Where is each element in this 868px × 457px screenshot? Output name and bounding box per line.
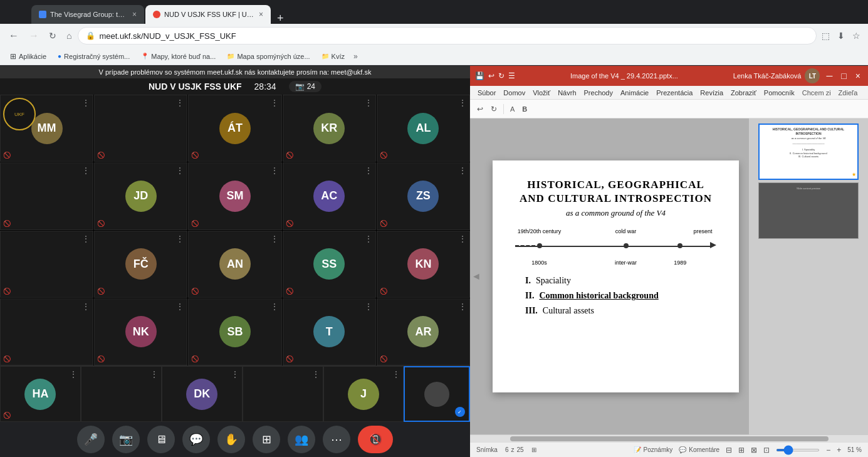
cell-menu-icon[interactable]: ⋮ xyxy=(69,369,78,379)
cell-menu-icon[interactable]: ⋮ xyxy=(364,98,373,108)
cell-menu-icon[interactable]: ⋮ xyxy=(175,98,184,108)
slide-thumbnail-active[interactable]: HISTORICAL, GEOGRAPHICAL AND CULTURAL IN… xyxy=(758,123,859,180)
view-btn-4[interactable]: ⊡ xyxy=(763,446,770,454)
ppt-redo-icon[interactable]: ↻ xyxy=(498,71,505,80)
more-button[interactable]: ⋯ xyxy=(323,426,350,453)
mic-button[interactable]: 🎤 xyxy=(77,426,105,453)
tab-close-2[interactable]: × xyxy=(259,10,263,19)
ppt-toolbar: ↩ ↻ A B xyxy=(470,100,868,118)
view-btn-1[interactable]: ⊟ xyxy=(726,446,732,454)
cell-menu-icon[interactable]: ⋮ xyxy=(270,234,279,244)
video-cell: AR ⋮ 🚫 xyxy=(377,298,470,365)
slide-thumbnail-2[interactable]: Slide content preview xyxy=(758,182,859,239)
cell-menu-icon[interactable]: ⋮ xyxy=(392,369,400,379)
cell-menu-icon[interactable]: ⋮ xyxy=(458,302,467,312)
camera-button[interactable]: 📷 xyxy=(112,426,140,453)
menu-vlozit[interactable]: Vložiť xyxy=(529,88,554,98)
back-button[interactable]: ← xyxy=(5,28,23,44)
end-call-button[interactable]: 📵 xyxy=(358,426,393,453)
menu-domov[interactable]: Domov xyxy=(499,88,529,98)
cell-menu-icon[interactable]: ⋮ xyxy=(81,98,90,108)
cell-menu-icon[interactable]: ⋮ xyxy=(458,234,467,244)
participant-avatar: DK xyxy=(186,379,217,410)
home-button[interactable]: ⌂ xyxy=(63,28,75,43)
cell-menu-icon[interactable]: ⋮ xyxy=(364,165,373,176)
menu-prechody[interactable]: Prechody xyxy=(580,88,617,98)
tb-bold-btn[interactable]: B xyxy=(519,104,530,114)
zoom-slider[interactable] xyxy=(776,449,820,451)
address-bar[interactable]: 🔒 meet.ukf.sk/NUD_v_USJK_FSS_UKF xyxy=(78,27,817,45)
screenshot-button[interactable]: ⬇ xyxy=(835,28,847,43)
bookmarks-more[interactable]: » xyxy=(353,52,358,61)
cast-button[interactable]: ⬚ xyxy=(819,28,832,43)
view-btn-2[interactable]: ⊞ xyxy=(738,446,745,454)
screen-share-button[interactable]: 🖥 xyxy=(147,426,175,453)
cell-menu-icon[interactable]: ⋮ xyxy=(458,98,467,108)
menu-zobrazit[interactable]: Zobraziť xyxy=(727,88,760,98)
ppt-close-button[interactable]: × xyxy=(853,71,863,81)
menu-animacie[interactable]: Animácie xyxy=(617,88,652,98)
bookmark-button[interactable]: ☆ xyxy=(850,28,863,43)
tab-label-1: The Visegrad Group: the Czech R... xyxy=(50,11,128,18)
tab-close-1[interactable]: × xyxy=(132,10,137,19)
cell-menu-icon[interactable]: ⋮ xyxy=(364,302,373,312)
zoom-minus[interactable]: − xyxy=(826,446,830,454)
tb-redo-icon[interactable]: ↻ xyxy=(488,103,500,115)
bookmark-mapa[interactable]: 📁 Mapa spomýných úze... xyxy=(222,51,315,61)
apps-bookmark[interactable]: ⊞ Aplikácie xyxy=(5,51,51,62)
people-button[interactable]: 👥 xyxy=(288,426,315,453)
tab-add-button[interactable]: + xyxy=(272,13,289,24)
bookmark-kviz[interactable]: 📁 Kvíz xyxy=(316,51,350,61)
participant-avatar: T xyxy=(313,316,345,347)
menu-zdielat[interactable]: Zdieľa xyxy=(835,88,862,98)
cell-menu-icon[interactable]: ⋮ xyxy=(81,234,90,244)
cell-menu-icon[interactable]: ⋮ xyxy=(150,369,159,379)
ppt-minimize-button[interactable]: ─ xyxy=(824,71,835,81)
participants-badge[interactable]: 📷 24 xyxy=(289,81,322,92)
menu-subor[interactable]: Súbor xyxy=(474,88,499,98)
cell-menu-icon[interactable]: ⋮ xyxy=(270,98,279,108)
tab-favicon-2 xyxy=(153,11,160,18)
bookmark-reg[interactable]: ● Registračný systém... xyxy=(53,51,135,61)
cell-menu-icon[interactable]: ⋮ xyxy=(311,369,320,379)
refresh-button[interactable]: ↻ xyxy=(45,28,60,43)
bookmark-maps[interactable]: 📍 Mapy, ktoré buď na... xyxy=(136,51,221,61)
zoom-plus[interactable]: + xyxy=(837,446,841,454)
raise-hand-button[interactable]: ✋ xyxy=(217,426,245,453)
list-text-2: Common historical background xyxy=(539,291,658,301)
menu-prezentacia[interactable]: Prezentácia xyxy=(652,88,696,98)
cell-menu-icon[interactable]: ⋮ xyxy=(175,302,184,312)
cell-menu-icon[interactable]: ⋮ xyxy=(364,234,373,244)
ppt-scrollbar-thumb[interactable] xyxy=(510,436,829,441)
tb-undo-icon[interactable]: ↩ xyxy=(474,103,486,115)
grid-button[interactable]: ⊞ xyxy=(253,426,280,453)
cell-menu-icon[interactable]: ⋮ xyxy=(458,165,467,176)
video-cell: SS ⋮ 🚫 xyxy=(283,231,376,298)
ppt-scrollbar[interactable] xyxy=(470,434,868,442)
controls-bar: 🎤 📷 🖥 💬 ✋ ⊞ 👥 ⋯ 📵 xyxy=(0,422,470,457)
cell-menu-icon[interactable]: ⋮ xyxy=(231,369,239,379)
view-btn-3[interactable]: ⊠ xyxy=(751,446,757,454)
cell-menu-icon[interactable]: ⋮ xyxy=(175,234,184,244)
forward-button[interactable]: → xyxy=(25,28,43,44)
menu-chcem[interactable]: Chcem zi xyxy=(798,88,835,98)
tb-font-btn[interactable]: A xyxy=(507,104,518,114)
chat-button[interactable]: 💬 xyxy=(182,426,210,453)
ppt-undo-icon[interactable]: ↩ xyxy=(488,71,494,80)
menu-revizia[interactable]: Revízia xyxy=(696,88,727,98)
cell-menu-icon[interactable]: ⋮ xyxy=(270,165,279,176)
bookmark-dot-icon: ● xyxy=(58,53,61,60)
tab-inactive[interactable]: The Visegrad Group: the Czech R... × xyxy=(31,5,144,24)
cell-menu-icon[interactable]: ⋮ xyxy=(81,165,90,176)
comments-button[interactable]: 💬 Komentáre xyxy=(679,446,719,453)
cell-menu-icon[interactable]: ⋮ xyxy=(175,165,184,176)
ppt-maximize-button[interactable]: □ xyxy=(839,71,849,81)
menu-pomocnik[interactable]: Pomocník xyxy=(760,88,798,98)
cell-menu-icon[interactable]: ⋮ xyxy=(270,302,279,312)
notes-button[interactable]: 📝 Poznámky xyxy=(634,446,673,453)
tab-active[interactable]: NUD V USJK FSS UKF | UKF N... × xyxy=(145,5,271,24)
slide-number-icon[interactable]: ⊞ xyxy=(531,446,536,453)
tl-dashed xyxy=(515,245,535,246)
menu-navrh[interactable]: Návrh xyxy=(554,88,580,98)
cell-menu-icon[interactable]: ⋮ xyxy=(81,302,90,312)
